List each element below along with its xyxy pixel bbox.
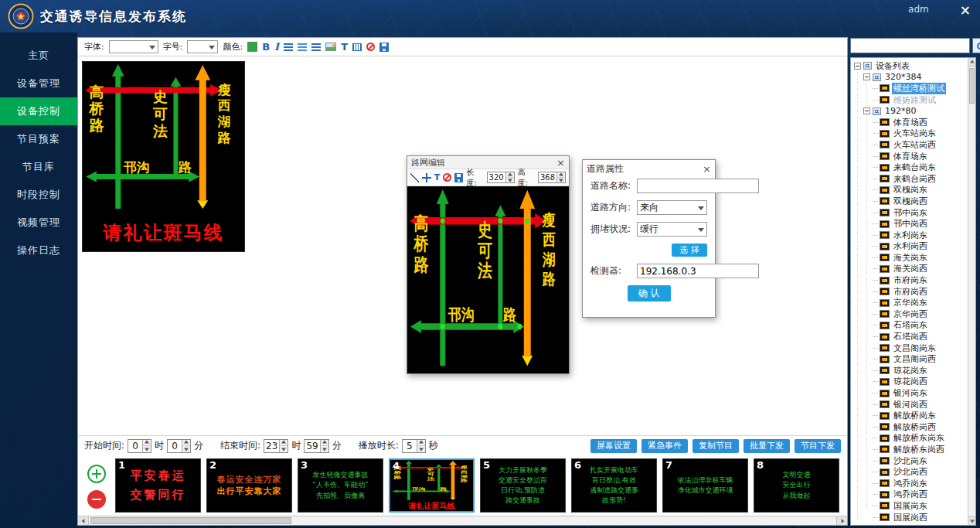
save-icon[interactable] [379, 43, 389, 52]
close-icon[interactable]: × [556, 158, 565, 168]
search-button[interactable] [972, 38, 980, 53]
crosshair-icon[interactable] [422, 173, 430, 182]
device-tree-item[interactable]: 双槐岗东 [854, 185, 968, 196]
device-tree-item[interactable]: 邗中岗西 [854, 218, 968, 230]
device-tree-item[interactable]: 海关岗西 [854, 264, 968, 275]
spinner-arrows[interactable] [142, 440, 151, 452]
device-tree-item[interactable]: 解放桥东岗西 [854, 444, 968, 455]
scrollbar-thumb[interactable] [90, 517, 291, 524]
device-tree-item[interactable]: 银河岗东 [854, 387, 968, 399]
device-tree-item[interactable]: 琼花岗西 [854, 376, 968, 388]
action-button[interactable]: 节目下发 [795, 439, 841, 453]
confirm-button[interactable]: 确 认 [628, 285, 671, 301]
prohibit-icon[interactable] [366, 43, 375, 51]
user-menu[interactable]: adm [908, 4, 929, 15]
device-tree-item[interactable]: 来鹤台岗西 [854, 173, 968, 185]
window-close-icon[interactable]: × [960, 2, 971, 18]
action-button[interactable]: 复制节目 [692, 439, 739, 453]
font-size-select[interactable] [187, 40, 218, 53]
tree-scrollbar[interactable] [968, 58, 975, 525]
program-thumbnail[interactable]: 1平安春运交警同行 [115, 458, 201, 513]
sidebar-item[interactable]: 视频管理 [0, 209, 77, 237]
scroll-right-arrow-icon[interactable] [836, 516, 847, 525]
start-minute-spinner[interactable]: 0 [167, 439, 191, 453]
align-center-icon[interactable] [298, 43, 307, 51]
sidebar-item[interactable]: 时段控制 [0, 181, 77, 209]
editor-diagram[interactable]: 高桥路史可法瘦西湖路邗沟路 [407, 186, 569, 373]
expand-toggle-icon[interactable] [863, 107, 870, 114]
device-search-input[interactable] [850, 38, 970, 53]
device-tree-item[interactable]: 市府岗东 [854, 274, 968, 286]
align-right-icon[interactable] [311, 43, 321, 51]
align-left-icon[interactable] [284, 43, 293, 51]
device-tree-item[interactable]: 鸿乔岗东 [854, 478, 968, 489]
draw-line-icon[interactable] [410, 173, 419, 182]
spinner-arrows[interactable] [182, 440, 190, 452]
select-detector-button[interactable]: 选 择 [672, 244, 707, 257]
program-thumbnail[interactable]: 5大力开展秋冬季交通安全整治百日行动,预防道路交通事故 [480, 458, 566, 513]
end-hour-spinner[interactable]: 23 [264, 439, 288, 453]
dialog-titlebar[interactable]: 路网编辑 × [407, 156, 569, 169]
action-button[interactable]: 紧急事件 [641, 439, 688, 453]
expand-toggle-icon[interactable] [854, 63, 861, 70]
scrollbar-thumb[interactable] [969, 68, 975, 104]
program-thumbnail[interactable]: 2春运安全连万家出行平安靠大家 [206, 458, 292, 513]
device-tree-item[interactable]: 国展岗西 [854, 512, 968, 523]
device-tree-item[interactable]: 文昌阁岗东 [854, 342, 968, 354]
device-group[interactable]: 320*384 [854, 72, 968, 83]
program-thumbnail[interactable]: 3发生轻微交通事故“人不伤、车能动”先拍照、后撤离 [298, 458, 383, 513]
device-tree-item[interactable]: 解放桥岗西 [854, 421, 968, 433]
device-tree-item[interactable]: 解放桥岗东 [854, 410, 968, 421]
device-tree-item[interactable]: 石塔岗西 [854, 331, 968, 342]
dialog-titlebar[interactable]: 道路属性 × [583, 160, 715, 177]
italic-button[interactable]: I [274, 42, 279, 52]
scroll-down-arrow-icon[interactable] [968, 516, 975, 525]
detector-input[interactable] [637, 264, 759, 278]
device-tree-item[interactable]: 维扬路测试 [854, 94, 968, 106]
device-tree-root[interactable]: 设备列表 [854, 60, 968, 72]
save-icon[interactable] [454, 173, 463, 182]
sidebar-item[interactable]: 节目库 [0, 153, 77, 181]
action-button[interactable]: 屏幕设置 [590, 439, 637, 453]
start-hour-spinner[interactable]: 0 [128, 439, 151, 453]
device-tree-item[interactable]: 国展岗东 [854, 500, 968, 512]
device-tree-item[interactable]: 解放桥东岗东 [854, 433, 968, 445]
expand-toggle-icon[interactable] [863, 73, 870, 80]
sidebar-item[interactable]: 设备管理 [0, 70, 77, 97]
device-tree-item[interactable]: 京华岗西 [854, 308, 968, 320]
horizontal-scrollbar[interactable] [78, 516, 847, 525]
spinner-arrows[interactable] [279, 440, 288, 452]
device-tree-item[interactable]: 文昌阁岗西 [854, 353, 968, 365]
action-button[interactable]: 批量下发 [744, 439, 790, 453]
add-program-button[interactable] [87, 465, 106, 483]
congestion-select[interactable]: 缓行 [637, 222, 707, 237]
device-tree-item[interactable]: 海关岗东 [854, 252, 968, 264]
device-tree-item[interactable]: 京华岗东 [854, 297, 968, 308]
remove-program-button[interactable] [87, 490, 106, 509]
text-tool-button[interactable]: T [341, 42, 348, 52]
sidebar-item[interactable]: 节目预案 [0, 125, 77, 153]
program-thumbnail[interactable]: 8文明交通安全出行从我做起 [754, 458, 839, 513]
end-minute-spinner[interactable]: 59 [304, 439, 328, 453]
text-tool-icon[interactable]: T [434, 173, 441, 182]
device-tree-item[interactable]: 体育场西 [854, 117, 968, 128]
spinner-arrows[interactable] [320, 440, 328, 452]
device-tree-item[interactable]: 沙北岗西 [854, 466, 968, 478]
device-tree-item[interactable]: 市府岗西 [854, 286, 968, 298]
device-tree-item[interactable]: 琼花岗东 [854, 365, 968, 376]
device-tree-item[interactable]: 水利岗东 [854, 230, 968, 241]
sidebar-item[interactable]: 主页 [0, 42, 77, 70]
device-tree-item[interactable]: 沙北岗东 [854, 455, 968, 467]
length-spinner[interactable]: 320 [487, 172, 515, 183]
bold-button[interactable]: B [262, 42, 270, 52]
scroll-up-arrow-icon[interactable] [968, 58, 975, 66]
sidebar-item[interactable]: 操作日志 [0, 237, 77, 264]
font-select[interactable] [109, 40, 158, 53]
program-thumbnail[interactable]: 6扎实开展电动车百日整治,有效遏制道路交通事故形势! [571, 458, 657, 513]
road-direction-select[interactable]: 来向 [637, 200, 707, 215]
device-tree-item[interactable]: 来鹤台岗东 [854, 162, 968, 173]
scrollbar-track[interactable] [89, 516, 836, 525]
device-tree-item[interactable]: 鸿乔岗西 [854, 489, 968, 501]
device-tree-item[interactable]: 邗中岗东 [854, 207, 968, 219]
delete-icon[interactable] [443, 173, 451, 182]
